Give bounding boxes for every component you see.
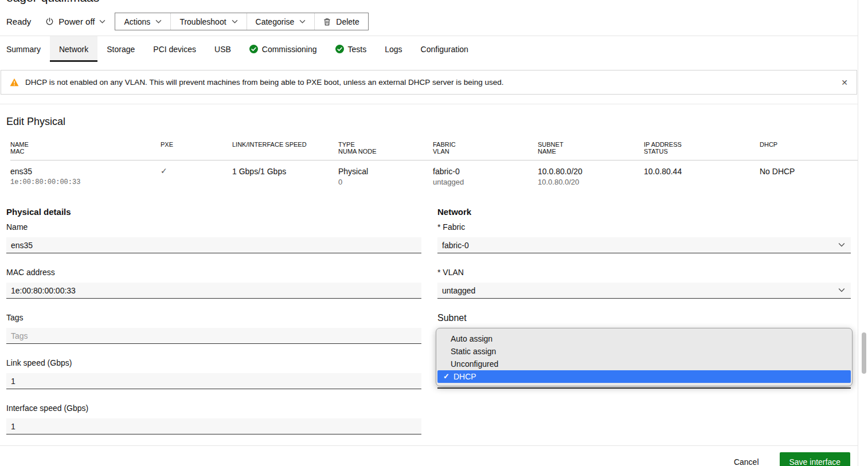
pxe-check-icon: ✓ bbox=[161, 166, 167, 175]
subnet-select-underline bbox=[437, 387, 851, 389]
cell-subnet: 10.0.80.0/20 10.0.80.0/20 bbox=[538, 166, 644, 188]
table-row: ens35 1e:00:80:00:00:33 ✓ 1 Gbps/1 Gbps … bbox=[10, 160, 858, 196]
name-input[interactable] bbox=[6, 237, 421, 253]
col-subnet-name: SUBNETNAME bbox=[538, 141, 644, 155]
tab-configuration[interactable]: Configuration bbox=[412, 36, 478, 62]
tags-input[interactable] bbox=[6, 328, 421, 344]
tab-tests[interactable]: Tests bbox=[326, 36, 376, 62]
subnet-dropdown-menu: Auto assign Static assign Unconfigured ✓… bbox=[436, 328, 853, 386]
machine-status: Ready bbox=[6, 17, 31, 26]
col-ip-status: IP ADDRESSSTATUS bbox=[644, 141, 760, 155]
section-divider bbox=[0, 104, 858, 104]
scrollbar-thumb[interactable] bbox=[862, 332, 866, 374]
vlan-field: * VLAN untagged bbox=[437, 268, 851, 299]
tab-summary[interactable]: Summary bbox=[0, 36, 50, 62]
chevron-down-icon bbox=[232, 19, 238, 24]
interface-table-header: NAMEMAC PXE LINK/INTERFACE SPEED TYPENUM… bbox=[10, 141, 858, 160]
troubleshoot-button[interactable]: Troubleshoot bbox=[170, 13, 246, 30]
cell-fabric-vlan: fabric-0 untagged bbox=[433, 166, 538, 188]
vlan-selected-value: untagged bbox=[442, 286, 475, 295]
link-speed-field: Link speed (Gbps) bbox=[6, 358, 421, 389]
link-speed-input[interactable] bbox=[6, 373, 421, 389]
fabric-label: * Fabric bbox=[437, 222, 851, 232]
tab-label: Tests bbox=[348, 45, 367, 54]
edit-interface-form: Physical details Name MAC address Tags L… bbox=[0, 207, 858, 434]
close-icon[interactable]: ✕ bbox=[841, 79, 848, 87]
interface-speed-label: Interface speed (Gbps) bbox=[6, 404, 421, 413]
subnet-link[interactable]: 10.0.80.0/20 bbox=[538, 177, 644, 188]
power-menu[interactable]: Power off bbox=[45, 17, 105, 26]
tab-network[interactable]: Network bbox=[50, 36, 97, 62]
edit-physical-title: Edit Physical bbox=[6, 116, 858, 128]
dhcp-status: No DHCP bbox=[760, 166, 858, 177]
tab-label: USB bbox=[214, 45, 231, 54]
mac-label: MAC address bbox=[6, 268, 421, 277]
tab-pci-devices[interactable]: PCI devices bbox=[144, 36, 205, 62]
page-title: eager-quail.maas bbox=[6, 0, 858, 5]
link-speed-label: Link speed (Gbps) bbox=[6, 358, 421, 367]
fabric-field: * Fabric fabric-0 bbox=[437, 222, 851, 253]
vlan-select[interactable]: untagged bbox=[437, 283, 851, 299]
fabric-name: fabric-0 bbox=[433, 166, 538, 177]
tab-label: Logs bbox=[385, 45, 402, 54]
option-dhcp-selected[interactable]: ✓ DHCP bbox=[437, 370, 851, 383]
machine-tabs: Summary Network Storage PCI devices USB … bbox=[0, 36, 858, 62]
interface-speed-input[interactable] bbox=[6, 418, 421, 434]
tab-commissioning[interactable]: Commissioning bbox=[240, 36, 326, 62]
option-unconfigured[interactable]: Unconfigured bbox=[436, 358, 852, 370]
chevron-down-icon bbox=[838, 288, 845, 292]
tab-label: Configuration bbox=[421, 45, 468, 54]
tab-storage[interactable]: Storage bbox=[97, 36, 144, 62]
col-name-mac: NAMEMAC bbox=[10, 141, 161, 155]
cancel-button[interactable]: Cancel bbox=[730, 457, 763, 466]
mac-input[interactable] bbox=[6, 283, 421, 299]
categorise-label: Categorise bbox=[256, 17, 295, 26]
cell-pxe: ✓ bbox=[161, 166, 232, 188]
link-speed: 1 Gbps/1 Gbps bbox=[232, 166, 338, 177]
col-pxe: PXE bbox=[161, 141, 232, 155]
option-dhcp-label: DHCP bbox=[453, 370, 476, 383]
cell-name-mac: ens35 1e:00:80:00:00:33 bbox=[10, 166, 161, 188]
option-static-assign[interactable]: Static assign bbox=[436, 345, 852, 358]
troubleshoot-label: Troubleshoot bbox=[179, 17, 226, 26]
physical-details-heading: Physical details bbox=[6, 207, 421, 217]
col-type-numa: TYPENUMA NODE bbox=[338, 141, 433, 155]
cell-type-numa: Physical 0 bbox=[338, 166, 433, 188]
cell-ip: 10.0.80.44 bbox=[644, 166, 760, 188]
categorise-button[interactable]: Categorise bbox=[247, 13, 315, 30]
tab-usb[interactable]: USB bbox=[205, 36, 240, 62]
content-right-divider bbox=[858, 0, 858, 466]
tab-label: Storage bbox=[107, 45, 135, 54]
option-auto-assign[interactable]: Auto assign bbox=[436, 332, 852, 345]
vlan-link[interactable]: untagged bbox=[433, 177, 538, 188]
fabric-select[interactable]: fabric-0 bbox=[437, 237, 851, 253]
save-interface-button[interactable]: Save interface bbox=[780, 452, 851, 466]
col-fabric-vlan: FABRICVLAN bbox=[433, 141, 538, 155]
power-label: Power off bbox=[58, 17, 95, 26]
delete-button[interactable]: Delete bbox=[314, 13, 367, 30]
cell-dhcp: No DHCP bbox=[760, 166, 858, 188]
tab-logs[interactable]: Logs bbox=[376, 36, 411, 62]
tags-field: Tags bbox=[6, 313, 421, 344]
chevron-down-icon bbox=[155, 19, 162, 24]
tab-label: Commissioning bbox=[262, 45, 317, 54]
trash-icon bbox=[323, 18, 331, 26]
name-field: Name bbox=[6, 222, 421, 253]
vlan-label: * VLAN bbox=[437, 268, 851, 277]
machine-detail-page: eager-quail.maas Ready Power off Actions… bbox=[0, 0, 868, 466]
numa-node: 0 bbox=[338, 177, 433, 188]
cell-speed: 1 Gbps/1 Gbps bbox=[232, 166, 338, 188]
name-label: Name bbox=[6, 222, 421, 232]
interface-table: NAMEMAC PXE LINK/INTERFACE SPEED TYPENUM… bbox=[0, 141, 858, 196]
col-dhcp: DHCP bbox=[760, 141, 858, 155]
col-speed: LINK/INTERFACE SPEED bbox=[232, 141, 338, 155]
chevron-down-icon bbox=[99, 19, 105, 24]
warning-text: DHCP is not enabled on any VLAN. This wi… bbox=[25, 78, 503, 87]
tab-label: PCI devices bbox=[153, 45, 196, 54]
physical-details-column: Physical details Name MAC address Tags L… bbox=[6, 207, 421, 434]
actions-button[interactable]: Actions bbox=[115, 13, 170, 30]
mac-field: MAC address bbox=[6, 268, 421, 299]
ip-address: 10.0.80.44 bbox=[644, 166, 760, 177]
fabric-selected-value: fabric-0 bbox=[442, 241, 469, 250]
interface-name: ens35 bbox=[10, 166, 161, 177]
